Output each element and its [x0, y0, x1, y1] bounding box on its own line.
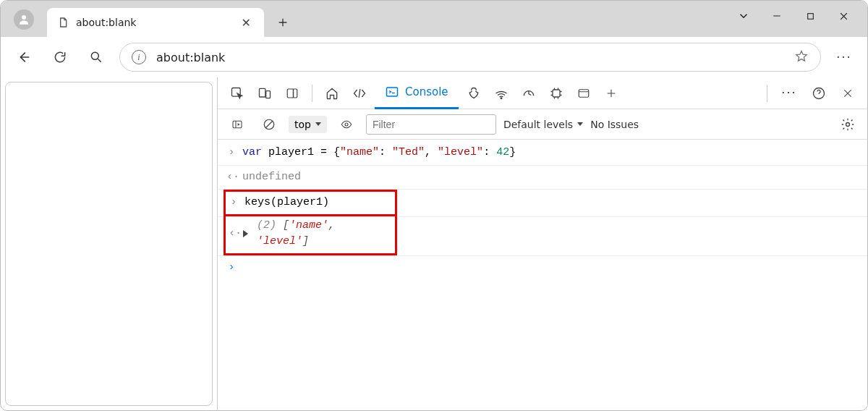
clear-console-icon[interactable]	[257, 112, 281, 137]
console-settings-icon[interactable]	[835, 112, 860, 137]
more-tabs-button[interactable]	[599, 81, 624, 106]
code-text: keys(player1)	[244, 195, 329, 211]
profile-avatar[interactable]	[14, 9, 34, 30]
array-result[interactable]: (2) ['name', 'level']	[257, 218, 391, 250]
console-tab-label: Console	[405, 85, 448, 98]
svg-rect-1	[807, 13, 813, 19]
chevron-down-icon[interactable]	[727, 4, 760, 28]
undefined-value: undefined	[242, 169, 301, 186]
favorite-icon[interactable]	[794, 49, 809, 66]
tab-title: about:blank	[76, 17, 239, 28]
application-tab-icon[interactable]	[571, 81, 596, 106]
memory-tab-icon[interactable]	[544, 81, 569, 106]
sources-tab-icon[interactable]	[461, 81, 486, 106]
svg-point-2	[91, 52, 98, 59]
svg-point-15	[846, 122, 850, 126]
filter-input[interactable]	[366, 114, 496, 135]
page-icon	[57, 17, 69, 28]
console-output[interactable]: › var player1 = {"name": "Ted", "level":…	[218, 140, 867, 410]
devtools-menu-button[interactable]: ···	[776, 80, 802, 106]
devtools-close-icon[interactable]	[835, 81, 860, 106]
welcome-tab-icon[interactable]	[320, 81, 344, 106]
console-input-line: › keys(player1)	[218, 189, 867, 216]
site-info-icon[interactable]: i	[132, 50, 146, 64]
sidebar-toggle-icon[interactable]	[225, 112, 250, 137]
console-output-line: ‹· (2) ['name', 'level']	[218, 216, 867, 255]
console-input-line: › var player1 = {"name": "Ted", "level":…	[218, 141, 867, 165]
console-output-line: ‹· undefined	[218, 165, 867, 190]
dock-side-icon[interactable]	[280, 81, 305, 106]
devtools-tabbar: Console ···	[218, 77, 867, 109]
browser-tab[interactable]: about:blank ✕	[47, 8, 264, 37]
close-window-button[interactable]	[827, 4, 860, 28]
new-tab-button[interactable]	[270, 9, 296, 35]
browser-titlebar: about:blank ✕	[1, 1, 867, 37]
device-toggle-icon[interactable]	[252, 81, 277, 106]
levels-label: Default levels	[503, 119, 573, 130]
svg-rect-7	[387, 88, 398, 96]
context-label: top	[294, 119, 311, 130]
output-arrow-icon: ‹·	[229, 226, 239, 242]
chevron-down-icon	[315, 122, 321, 126]
input-prompt-icon: ›	[226, 145, 237, 161]
page-content	[5, 82, 213, 406]
svg-rect-4	[260, 88, 265, 97]
minimize-button[interactable]	[760, 4, 793, 28]
help-icon[interactable]	[807, 81, 831, 106]
chevron-down-icon	[577, 122, 583, 126]
input-prompt-icon: ›	[229, 195, 239, 211]
devtools-panel: Console ··· top D	[217, 77, 867, 410]
console-prompt-line[interactable]: ›	[218, 255, 867, 280]
back-button[interactable]	[11, 44, 37, 70]
live-expression-icon[interactable]	[334, 112, 359, 137]
url-text: about:blank	[156, 51, 784, 64]
svg-point-8	[501, 97, 502, 98]
input-prompt-icon: ›	[226, 260, 237, 276]
console-tab[interactable]: Console	[375, 77, 459, 109]
svg-rect-5	[266, 90, 271, 98]
inspect-icon[interactable]	[225, 81, 250, 106]
address-bar[interactable]: i about:blank	[119, 43, 821, 72]
svg-rect-6	[287, 89, 297, 98]
svg-rect-10	[579, 89, 589, 97]
elements-tab-icon[interactable]	[347, 81, 372, 106]
console-filterbar: top Default levels No Issues	[218, 109, 867, 140]
performance-tab-icon[interactable]	[516, 81, 541, 106]
refresh-button[interactable]	[47, 44, 73, 70]
tab-close-icon[interactable]: ✕	[239, 16, 254, 30]
browser-toolbar: i about:blank ···	[1, 37, 867, 77]
expand-icon[interactable]	[243, 230, 248, 237]
svg-rect-12	[233, 121, 242, 127]
svg-rect-9	[553, 90, 560, 97]
code-text: var player1 = {"name": "Ted", "level": 4…	[242, 145, 516, 161]
output-arrow-icon: ‹·	[226, 169, 237, 186]
issues-label[interactable]: No Issues	[590, 119, 639, 130]
maximize-button[interactable]	[793, 4, 827, 28]
search-button[interactable]	[83, 44, 109, 70]
svg-point-14	[345, 123, 348, 126]
execution-context-selector[interactable]: top	[289, 116, 327, 133]
svg-point-0	[22, 15, 26, 20]
browser-menu-button[interactable]: ···	[831, 44, 857, 70]
log-levels-selector[interactable]: Default levels	[503, 119, 583, 130]
network-tab-icon[interactable]	[489, 81, 514, 106]
